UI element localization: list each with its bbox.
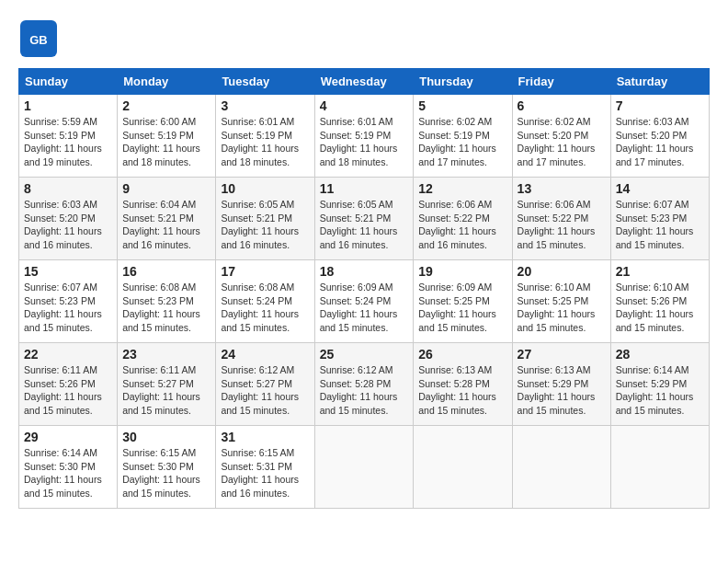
day-info: Sunrise: 6:10 AMSunset: 5:25 PMDaylight:… — [518, 282, 596, 333]
calendar-cell: 26 Sunrise: 6:13 AMSunset: 5:28 PMDaylig… — [414, 343, 512, 426]
calendar-week-row: 29 Sunrise: 6:14 AMSunset: 5:30 PMDaylig… — [19, 426, 710, 509]
day-info: Sunrise: 6:01 AMSunset: 5:19 PMDaylight:… — [320, 116, 398, 167]
day-info: Sunrise: 6:14 AMSunset: 5:30 PMDaylight:… — [24, 447, 102, 499]
calendar-cell: 10 Sunrise: 6:05 AMSunset: 5:21 PMDaylig… — [216, 178, 314, 260]
calendar-cell: 29 Sunrise: 6:14 AMSunset: 5:30 PMDaylig… — [19, 426, 118, 509]
day-info: Sunrise: 6:12 AMSunset: 5:27 PMDaylight:… — [221, 364, 299, 416]
calendar-week-row: 15 Sunrise: 6:07 AMSunset: 5:23 PMDaylig… — [19, 260, 710, 343]
day-number: 26 — [418, 347, 506, 362]
day-number: 13 — [518, 181, 606, 196]
day-info: Sunrise: 6:05 AMSunset: 5:21 PMDaylight:… — [221, 199, 299, 250]
day-info: Sunrise: 6:07 AMSunset: 5:23 PMDaylight:… — [616, 199, 694, 250]
day-info: Sunrise: 6:14 AMSunset: 5:29 PMDaylight:… — [616, 364, 694, 416]
day-info: Sunrise: 6:03 AMSunset: 5:20 PMDaylight:… — [616, 116, 694, 167]
calendar-cell: 30 Sunrise: 6:15 AMSunset: 5:30 PMDaylig… — [118, 426, 216, 509]
day-number: 24 — [221, 347, 309, 362]
day-info: Sunrise: 6:08 AMSunset: 5:24 PMDaylight:… — [221, 282, 299, 333]
day-info: Sunrise: 6:13 AMSunset: 5:28 PMDaylight:… — [418, 364, 496, 416]
day-info: Sunrise: 6:11 AMSunset: 5:27 PMDaylight:… — [122, 364, 200, 416]
calendar-cell: 19 Sunrise: 6:09 AMSunset: 5:25 PMDaylig… — [414, 260, 512, 343]
calendar-cell: 15 Sunrise: 6:07 AMSunset: 5:23 PMDaylig… — [19, 260, 118, 343]
day-number: 21 — [616, 264, 704, 279]
day-number: 14 — [616, 181, 704, 196]
day-info: Sunrise: 6:04 AMSunset: 5:21 PMDaylight:… — [122, 199, 200, 250]
logo-icon: GB — [18, 18, 59, 59]
calendar-table: SundayMondayTuesdayWednesdayThursdayFrid… — [18, 68, 710, 509]
day-number: 7 — [616, 98, 704, 113]
day-info: Sunrise: 6:01 AMSunset: 5:19 PMDaylight:… — [221, 116, 299, 167]
logo: GB — [18, 18, 63, 59]
day-number: 11 — [320, 181, 409, 196]
calendar-header-row: SundayMondayTuesdayWednesdayThursdayFrid… — [19, 69, 710, 95]
weekday-header: Saturday — [610, 69, 709, 95]
day-number: 30 — [122, 430, 210, 444]
day-info: Sunrise: 6:09 AMSunset: 5:25 PMDaylight:… — [418, 282, 496, 333]
calendar-cell: 1 Sunrise: 5:59 AMSunset: 5:19 PMDayligh… — [19, 95, 118, 178]
day-info: Sunrise: 6:08 AMSunset: 5:23 PMDaylight:… — [122, 282, 200, 333]
calendar-cell: 24 Sunrise: 6:12 AMSunset: 5:27 PMDaylig… — [216, 343, 314, 426]
day-info: Sunrise: 6:12 AMSunset: 5:28 PMDaylight:… — [320, 364, 398, 416]
day-number: 8 — [24, 181, 112, 196]
calendar-cell — [610, 426, 709, 509]
calendar-cell: 7 Sunrise: 6:03 AMSunset: 5:20 PMDayligh… — [610, 95, 709, 178]
calendar-cell: 13 Sunrise: 6:06 AMSunset: 5:22 PMDaylig… — [512, 178, 610, 260]
day-info: Sunrise: 6:13 AMSunset: 5:29 PMDaylight:… — [518, 364, 596, 416]
day-number: 12 — [418, 181, 506, 196]
weekday-header: Tuesday — [216, 69, 314, 95]
weekday-header: Wednesday — [314, 69, 414, 95]
day-info: Sunrise: 6:09 AMSunset: 5:24 PMDaylight:… — [320, 282, 398, 333]
calendar-week-row: 8 Sunrise: 6:03 AMSunset: 5:20 PMDayligh… — [19, 178, 710, 260]
day-number: 31 — [221, 430, 309, 444]
calendar-cell: 4 Sunrise: 6:01 AMSunset: 5:19 PMDayligh… — [314, 95, 414, 178]
calendar-cell: 22 Sunrise: 6:11 AMSunset: 5:26 PMDaylig… — [19, 343, 118, 426]
weekday-header: Sunday — [19, 69, 118, 95]
calendar-cell: 18 Sunrise: 6:09 AMSunset: 5:24 PMDaylig… — [314, 260, 414, 343]
day-number: 28 — [616, 347, 704, 362]
day-number: 6 — [518, 98, 606, 113]
day-number: 3 — [221, 98, 309, 113]
day-info: Sunrise: 6:03 AMSunset: 5:20 PMDaylight:… — [24, 199, 102, 250]
calendar-cell: 6 Sunrise: 6:02 AMSunset: 5:20 PMDayligh… — [512, 95, 610, 178]
calendar-cell: 3 Sunrise: 6:01 AMSunset: 5:19 PMDayligh… — [216, 95, 314, 178]
day-number: 2 — [122, 98, 210, 113]
day-info: Sunrise: 6:15 AMSunset: 5:31 PMDaylight:… — [221, 447, 299, 499]
day-info: Sunrise: 6:10 AMSunset: 5:26 PMDaylight:… — [616, 282, 694, 333]
day-number: 23 — [122, 347, 210, 362]
calendar-cell: 25 Sunrise: 6:12 AMSunset: 5:28 PMDaylig… — [314, 343, 414, 426]
calendar-cell: 16 Sunrise: 6:08 AMSunset: 5:23 PMDaylig… — [118, 260, 216, 343]
svg-text:GB: GB — [29, 33, 48, 47]
day-info: Sunrise: 6:05 AMSunset: 5:21 PMDaylight:… — [320, 199, 398, 250]
day-info: Sunrise: 6:00 AMSunset: 5:19 PMDaylight:… — [122, 116, 200, 167]
day-number: 5 — [418, 98, 506, 113]
day-info: Sunrise: 6:02 AMSunset: 5:19 PMDaylight:… — [418, 116, 496, 167]
calendar-cell: 28 Sunrise: 6:14 AMSunset: 5:29 PMDaylig… — [610, 343, 709, 426]
day-info: Sunrise: 6:06 AMSunset: 5:22 PMDaylight:… — [518, 199, 596, 250]
page-header: GB — [18, 18, 710, 59]
day-number: 22 — [24, 347, 112, 362]
calendar-cell: 31 Sunrise: 6:15 AMSunset: 5:31 PMDaylig… — [216, 426, 314, 509]
day-number: 10 — [221, 181, 309, 196]
day-info: Sunrise: 5:59 AMSunset: 5:19 PMDaylight:… — [24, 116, 102, 167]
calendar-cell: 8 Sunrise: 6:03 AMSunset: 5:20 PMDayligh… — [19, 178, 118, 260]
day-info: Sunrise: 6:07 AMSunset: 5:23 PMDaylight:… — [24, 282, 102, 333]
calendar-cell: 23 Sunrise: 6:11 AMSunset: 5:27 PMDaylig… — [118, 343, 216, 426]
calendar-week-row: 22 Sunrise: 6:11 AMSunset: 5:26 PMDaylig… — [19, 343, 710, 426]
day-number: 15 — [24, 264, 112, 279]
day-number: 29 — [24, 430, 112, 444]
calendar-cell: 21 Sunrise: 6:10 AMSunset: 5:26 PMDaylig… — [610, 260, 709, 343]
calendar-cell: 2 Sunrise: 6:00 AMSunset: 5:19 PMDayligh… — [118, 95, 216, 178]
weekday-header: Monday — [118, 69, 216, 95]
day-info: Sunrise: 6:11 AMSunset: 5:26 PMDaylight:… — [24, 364, 102, 416]
day-number: 18 — [320, 264, 409, 279]
calendar-cell: 12 Sunrise: 6:06 AMSunset: 5:22 PMDaylig… — [414, 178, 512, 260]
day-number: 9 — [122, 181, 210, 196]
calendar-cell — [512, 426, 610, 509]
calendar-week-row: 1 Sunrise: 5:59 AMSunset: 5:19 PMDayligh… — [19, 95, 710, 178]
calendar-cell: 11 Sunrise: 6:05 AMSunset: 5:21 PMDaylig… — [314, 178, 414, 260]
day-number: 16 — [122, 264, 210, 279]
day-info: Sunrise: 6:15 AMSunset: 5:30 PMDaylight:… — [122, 447, 200, 499]
calendar-cell: 14 Sunrise: 6:07 AMSunset: 5:23 PMDaylig… — [610, 178, 709, 260]
day-number: 25 — [320, 347, 409, 362]
calendar-cell: 17 Sunrise: 6:08 AMSunset: 5:24 PMDaylig… — [216, 260, 314, 343]
calendar-cell — [314, 426, 414, 509]
